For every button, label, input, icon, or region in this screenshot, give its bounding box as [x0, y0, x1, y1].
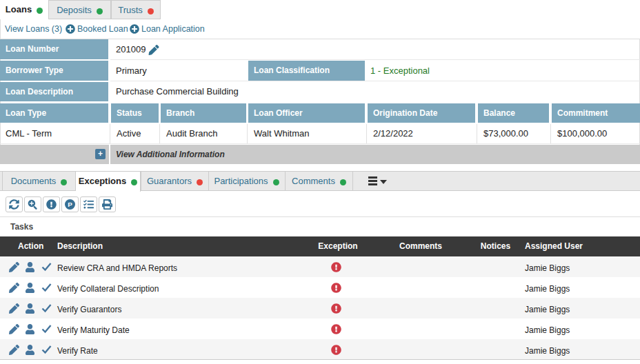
svg-text:P: P [68, 201, 72, 208]
